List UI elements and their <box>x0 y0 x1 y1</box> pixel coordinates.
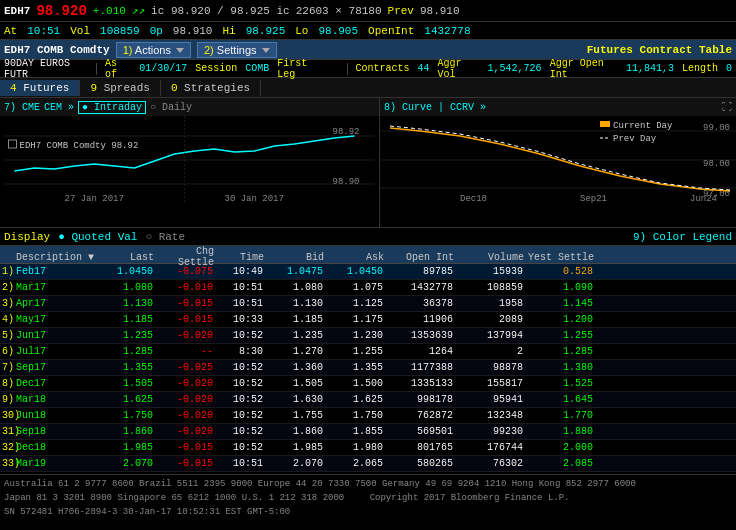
table-cell: 1.175 <box>326 314 386 325</box>
tab-futures[interactable]: 4 Futures <box>0 80 80 96</box>
session-product: 90DAY EUROS FUTR <box>4 58 88 80</box>
table-cell: Mar19 <box>16 458 96 469</box>
table-row[interactable]: 33)Mar192.070-0.01510:512.0702.065580265… <box>0 456 736 472</box>
divider1 <box>96 63 97 75</box>
table-cell: 1.125 <box>326 298 386 309</box>
table-cell: 1.750 <box>96 410 156 421</box>
table-cell: 1.630 <box>266 394 326 405</box>
table-cell: 1.860 <box>96 426 156 437</box>
divider2 <box>347 63 348 75</box>
table-cell: 10:52 <box>216 410 266 421</box>
table-cell: 1.130 <box>96 298 156 309</box>
table-cell: -0.020 <box>156 378 216 389</box>
table-row[interactable]: 2)Mar171.080-0.01010:511.0801.0751432778… <box>0 280 736 296</box>
table-cell: Dec17 <box>16 378 96 389</box>
table-cell: -0.020 <box>156 394 216 405</box>
table-cell: -0.010 <box>156 282 216 293</box>
svg-text:Jun24: Jun24 <box>690 194 717 204</box>
symbol: EDH7 <box>4 5 30 17</box>
svg-text:Sep21: Sep21 <box>580 194 607 204</box>
table-cell: -0.075 <box>156 266 216 277</box>
table-row[interactable]: 1)Feb171.0450-0.07510:491.04751.04508978… <box>0 264 736 280</box>
chart-controls: 7) CME CEM » ● Intraday ○ Daily <box>0 98 379 116</box>
rate-radio[interactable]: ○ Rate <box>145 231 185 243</box>
table-cell: 1.270 <box>266 346 326 357</box>
table-cell: 1.0475 <box>266 266 326 277</box>
table-cell: 1.980 <box>326 442 386 453</box>
table-cell: 1.645 <box>526 394 596 405</box>
table-cell: 1.185 <box>266 314 326 325</box>
table-cell: 1.285 <box>96 346 156 357</box>
th-time: Time <box>216 252 266 263</box>
table-row[interactable]: 6)Jul171.285--8:301.2701.255126421.285 <box>0 344 736 360</box>
actions-arrow <box>176 48 184 53</box>
th-bid: Bid <box>266 252 326 263</box>
table-cell: 76302 <box>456 458 526 469</box>
table-cell: 2.000 <box>526 442 596 453</box>
table-row[interactable]: 8)Dec171.505-0.02010:521.5051.5001335133… <box>0 376 736 392</box>
footer-line3: SN 572481 H706-2894-3 30-Jan-17 10:52:31… <box>4 505 732 519</box>
svg-text:98.92: 98.92 <box>332 127 359 137</box>
table-cell: 2) <box>2 282 16 293</box>
first-leg-label: First Leg <box>277 58 324 80</box>
table-row[interactable]: 5)Jun171.235-0.02010:521.2351.2301353639… <box>0 328 736 344</box>
intraday-btn[interactable]: ● Intraday <box>78 101 146 114</box>
th-open-int: Open Int <box>386 252 456 263</box>
table-cell: Mar17 <box>16 282 96 293</box>
prev-price: 98.910 <box>420 5 460 17</box>
hi-val: 98.925 <box>246 25 286 37</box>
table-cell: -0.020 <box>156 330 216 341</box>
table-cell: 132348 <box>456 410 526 421</box>
table-cell: 1.355 <box>96 362 156 373</box>
table-cell: 11906 <box>386 314 456 325</box>
table-cell: 2 <box>456 346 526 357</box>
actions-menu[interactable]: 1) Actions <box>116 42 191 58</box>
daily-btn[interactable]: ○ Daily <box>150 102 192 113</box>
table-row[interactable]: 3)Apr171.130-0.01510:511.1301.1253637819… <box>0 296 736 312</box>
price-main: 98.920 <box>36 3 86 19</box>
table-cell: -0.020 <box>156 426 216 437</box>
table-cell: 1.625 <box>326 394 386 405</box>
table-cell: 1.985 <box>266 442 326 453</box>
as-of-date: 01/30/17 <box>139 63 187 74</box>
table-cell: 30) <box>2 410 16 421</box>
tab-strategies[interactable]: 0 Strategies <box>161 80 261 96</box>
vol-label: Vol <box>70 25 90 37</box>
table-cell: 2.065 <box>326 458 386 469</box>
aggr-vol-label: Aggr Vol <box>438 58 480 80</box>
table-cell: 10:52 <box>216 442 266 453</box>
contracts-val: 44 <box>418 63 430 74</box>
footer-line2: Japan 81 3 3201 8900 Singapore 65 6212 1… <box>4 491 732 505</box>
table-row[interactable]: 9)Mar181.625-0.02010:521.6301.6259981789… <box>0 392 736 408</box>
table-row[interactable]: 7)Sep171.355-0.02510:521.3601.3551177388… <box>0 360 736 376</box>
table-cell: 155817 <box>456 378 526 389</box>
table-cell: 1.855 <box>326 426 386 437</box>
footer-line1: Australia 61 2 9777 8600 Brazil 5511 239… <box>4 477 732 491</box>
settings-menu[interactable]: 2) Settings <box>197 42 277 58</box>
tab-spreads[interactable]: 9 Spreads <box>80 80 160 96</box>
quoted-val-radio[interactable]: ● Quoted Val <box>58 231 137 243</box>
svg-text:30 Jan 2017: 30 Jan 2017 <box>225 194 284 204</box>
table-cell: 1.750 <box>326 410 386 421</box>
table-cell: 1.525 <box>526 378 596 389</box>
table-cell: 10:51 <box>216 298 266 309</box>
openint-val: 1432778 <box>424 25 470 37</box>
table-row[interactable]: 30)Jun181.750-0.02010:521.7551.750762872… <box>0 408 736 424</box>
table-row[interactable]: 31)Sep181.860-0.02010:521.8601.855569501… <box>0 424 736 440</box>
table-cell: 176744 <box>456 442 526 453</box>
table-cell: -0.015 <box>156 298 216 309</box>
table-row[interactable]: 32)Dec181.985-0.01510:521.9851.980801765… <box>0 440 736 456</box>
display-label: Display <box>4 231 50 243</box>
contracts-range: 22603 × 78180 <box>296 5 382 17</box>
table-row[interactable]: 4)May171.185-0.01510:331.1851.1751190620… <box>0 312 736 328</box>
openint-label: OpenInt <box>368 25 414 37</box>
curve-chart: 99.00 98.00 97.00 Current Day Prev Day D… <box>380 116 736 204</box>
table-cell: 1.625 <box>96 394 156 405</box>
color-legend-btn[interactable]: 9) Color Legend <box>633 231 732 243</box>
table-cell: 10:51 <box>216 282 266 293</box>
table-cell: 95941 <box>456 394 526 405</box>
svg-text:99.00: 99.00 <box>703 123 730 133</box>
table-cell: 1353639 <box>386 330 456 341</box>
svg-text:Prev Day: Prev Day <box>613 134 657 144</box>
settings-label: Settings <box>217 44 257 56</box>
